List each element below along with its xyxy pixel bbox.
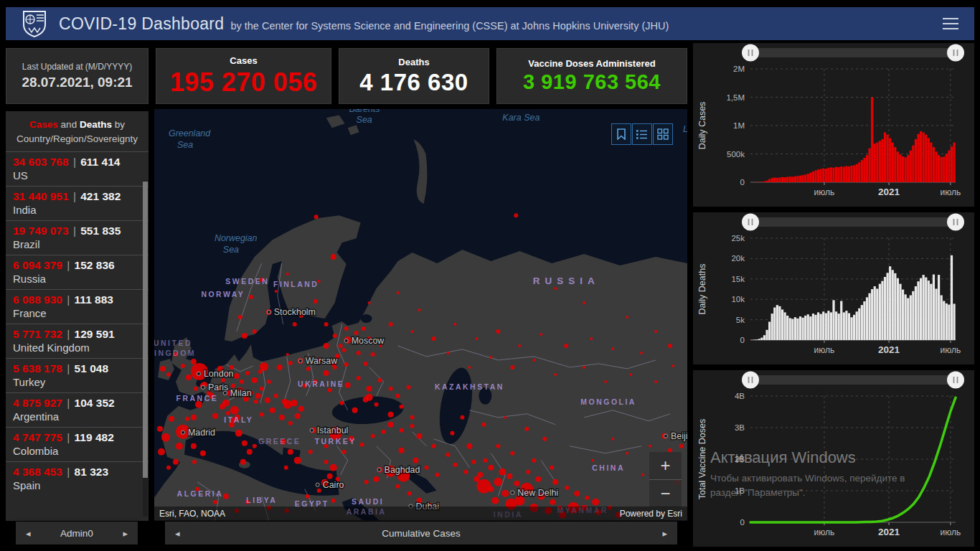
city-label: Istanbul (317, 425, 349, 435)
x-axis-tick-label: июль (814, 187, 835, 197)
sea-label: Sea (357, 115, 372, 125)
map-attribution: Esri, FAO, NOAA Powered by Esri (154, 507, 687, 521)
page-subtitle: by the Center for Systems Science and En… (230, 20, 669, 32)
time-slider-handle[interactable] (742, 44, 759, 62)
country-label: UKRAINE (298, 380, 344, 388)
world-map[interactable]: BarentsSeaKara SeaGreenlandSeaNorwegianS… (154, 109, 687, 521)
country-list-item[interactable]: 34 603 768 | 611 414US (6, 151, 149, 186)
y-axis-tick-label: 0 (740, 336, 745, 344)
map-zoom-control: + − (649, 452, 682, 507)
cases-word: Cases (29, 119, 58, 130)
country-label: TURKEY (315, 438, 357, 446)
map-toolbar (611, 123, 673, 145)
admin-pager-label: Admin0 (60, 528, 93, 539)
x-axis-tick-label: 2021 (878, 187, 900, 197)
country-list-item[interactable]: 6 088 930 | 111 883France (6, 289, 149, 324)
chart-y-axis-title: Daily Deaths (697, 264, 707, 315)
pager-prev-icon[interactable]: ◂ (175, 528, 180, 539)
country-label: SAUDI (352, 498, 384, 506)
y-axis-tick-label: 15k (731, 275, 745, 283)
time-slider-track[interactable] (750, 217, 956, 227)
country-label: RUSSIA (533, 276, 600, 286)
country-list-item[interactable]: 4 875 927 | 104 352Argentina (6, 392, 149, 427)
map-canvas[interactable]: BarentsSeaKara SeaGreenlandSeaNorwegianS… (154, 109, 687, 521)
total-cases-value: 195 270 056 (170, 67, 318, 98)
country-label: ALGERIA (177, 490, 224, 498)
y-axis-tick-label: 5k (736, 316, 745, 324)
country-label: SWEDEN (225, 278, 269, 286)
y-axis-tick-label: 1,5M (726, 93, 745, 102)
x-axis-tick-label: июль (940, 345, 961, 355)
bookmark-icon[interactable] (611, 123, 631, 145)
last-updated-label: Last Updated at (M/D/YYYY) (22, 62, 132, 72)
time-slider-handle[interactable] (947, 214, 964, 231)
x-axis-tick-label: июль (814, 527, 835, 537)
map-pager-label: Cumulative Cases (382, 528, 461, 539)
pager-prev-icon[interactable]: ◂ (26, 528, 31, 539)
time-slider-track[interactable] (750, 375, 956, 385)
total-cases-card[interactable]: Cases 195 270 056 (156, 48, 331, 104)
zoom-in-button[interactable]: + (649, 452, 682, 479)
country-list-item[interactable]: 5 771 732 | 129 591United Kingdom (6, 324, 149, 358)
time-slider-handle[interactable] (742, 372, 759, 389)
total-deaths-label: Deaths (398, 57, 429, 67)
time-slider-handle[interactable] (742, 214, 759, 231)
jhu-shield-logo (22, 9, 47, 38)
total-deaths-value: 4 176 630 (359, 69, 468, 96)
pager-next-icon[interactable]: ▸ (123, 528, 128, 539)
country-label: ITALY (224, 416, 253, 424)
country-label: FINLAND (273, 281, 319, 288)
country-label: MONGOLIA (580, 398, 636, 406)
country-list-item[interactable]: 4 368 453 | 81 323Spain (6, 461, 149, 496)
x-axis-tick-label: июль (940, 187, 961, 197)
country-list-item[interactable]: 6 094 379 | 152 836Russia (6, 255, 149, 289)
admin-level-pager: ◂ Admin0 ▸ (16, 522, 138, 545)
city-label: New Delhi (517, 488, 558, 498)
city-label: Moscow (352, 336, 385, 346)
charts-panel: июль2021июль0500k1M1,5M2MDaily Casesиюль… (693, 43, 974, 547)
x-axis-tick-label: 2021 (878, 527, 900, 537)
y-axis-tick-label: 2M (733, 65, 745, 73)
basemap-grid-icon[interactable] (653, 123, 673, 145)
country-list-title: Cases and Deaths by Country/Region/Sover… (6, 111, 149, 151)
x-axis-tick-label: 2021 (878, 344, 900, 355)
total-vaccine-doses-chart: июль2021июль01B2B3B4BTotal Vaccine Doses (693, 370, 974, 547)
country-list-item[interactable]: 31 440 951 | 421 382India (6, 186, 149, 220)
scrollbar[interactable] (143, 180, 148, 517)
time-slider-handle[interactable] (947, 44, 964, 62)
legend-list-icon[interactable] (632, 123, 652, 145)
city-label: Warsaw (306, 356, 339, 366)
country-label: KINGDOM (154, 349, 196, 357)
zoom-out-button[interactable]: − (649, 479, 682, 507)
app-header: COVID-19 Dashboard by the Center for Sys… (6, 7, 974, 40)
city-label: London (204, 369, 234, 379)
scrollbar-thumb[interactable] (143, 182, 148, 478)
hamburger-menu-icon[interactable] (943, 18, 958, 29)
last-updated-value: 28.07.2021, 09:21 (22, 75, 132, 90)
daily-deaths-bars (750, 255, 956, 340)
x-axis-tick-label: июль (940, 527, 961, 537)
time-slider-track[interactable] (750, 48, 956, 57)
pager-next-icon[interactable]: ▸ (662, 528, 667, 539)
country-list-item[interactable]: 4 747 775 | 119 482Colombia (6, 427, 149, 461)
chart-y-axis-title: Total Vaccine Doses (697, 419, 707, 499)
country-list-panel: Cases and Deaths by Country/Region/Sover… (6, 111, 149, 521)
vaccine-doses-value: 3 919 763 564 (523, 70, 661, 94)
deaths-word: Deaths (80, 119, 112, 130)
country-label: NORWAY (201, 291, 245, 298)
daily-cases-chart: июль2021июль0500k1M1,5M2MDaily Cases (693, 43, 974, 207)
time-slider-handle[interactable] (947, 372, 964, 389)
country-label: FRANCE (176, 395, 219, 402)
country-list-item[interactable]: 19 749 073 | 551 835Brazil (6, 220, 149, 255)
city-label: Beijing (671, 431, 687, 441)
total-deaths-card[interactable]: Deaths 4 176 630 (339, 48, 489, 104)
daily-cases-bars (750, 98, 956, 183)
y-axis-tick-label: 2B (735, 455, 745, 463)
vaccine-doses-card[interactable]: Vaccine Doses Administered 3 919 763 564 (496, 48, 687, 104)
daily-deaths-chart: июль2021июль05k10k15k20k25kDaily Deaths (693, 212, 974, 364)
country-list: 34 603 768 | 611 414US31 440 951 | 421 3… (6, 151, 149, 496)
country-label: CHINA (592, 464, 625, 472)
attribution-sources: Esri, FAO, NOAA (159, 509, 225, 519)
country-list-item[interactable]: 5 638 178 | 51 048Turkey (6, 358, 149, 392)
sea-label: Kara Sea (502, 113, 540, 123)
